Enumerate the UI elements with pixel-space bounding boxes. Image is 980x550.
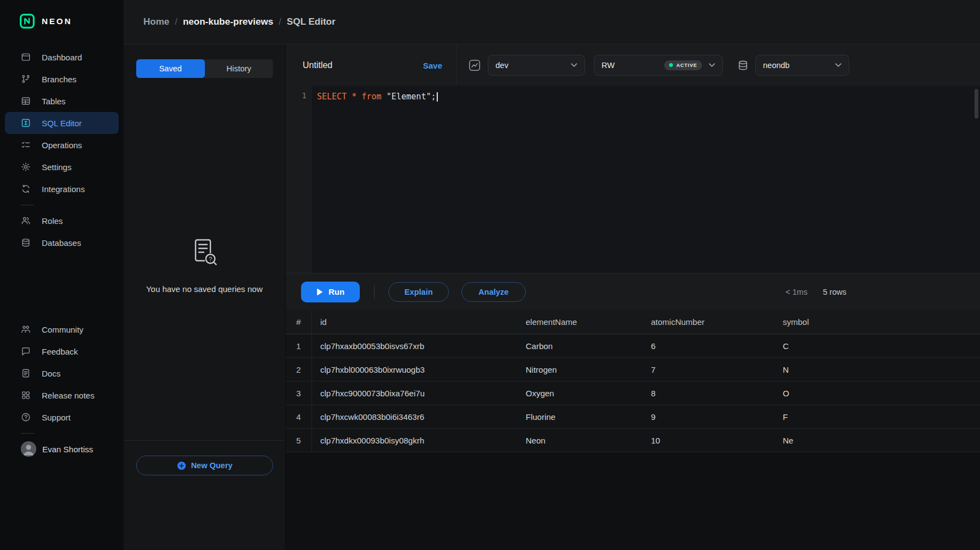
sidebar-item-feedback[interactable]: Feedback <box>5 340 119 362</box>
sidebar-item-community[interactable]: Community <box>5 318 119 340</box>
code-line: SELECT * from "Element"; <box>317 91 980 103</box>
table-row[interactable]: 1clp7hxaxb00053b0isvs67xrbCarbon6C <box>286 334 980 358</box>
roles-icon <box>21 216 31 226</box>
sidebar-item-label: Feedback <box>42 347 78 356</box>
breadcrumb-current-page[interactable]: SQL Editor <box>287 16 335 27</box>
avatar <box>21 441 36 457</box>
new-query-label: New Query <box>191 461 233 470</box>
play-icon <box>316 288 323 296</box>
compute-select-value: RW <box>602 61 615 70</box>
editor-scrollbar[interactable] <box>975 89 978 119</box>
branch-icon <box>468 59 481 72</box>
sidebar-item-branches[interactable]: Branches <box>5 68 119 90</box>
sidebar-item-settings[interactable]: Settings <box>5 156 119 178</box>
run-button[interactable]: Run <box>301 282 360 302</box>
table-body: 1clp7hxaxb00053b0isvs67xrbCarbon6C2clp7h… <box>286 334 980 452</box>
databases-icon <box>21 238 31 248</box>
sidebar-item-roles[interactable]: Roles <box>5 210 119 232</box>
line-number-gutter: 1 <box>286 86 312 273</box>
sidebar: NEON Dashboard Branches Tables <box>0 0 124 550</box>
code-token: "Element" <box>386 92 431 102</box>
brand-logo[interactable]: NEON <box>0 0 124 29</box>
chevron-down-icon <box>835 63 842 67</box>
query-duration: < 1ms <box>786 288 808 296</box>
column-header-index: # <box>286 310 312 334</box>
operations-icon <box>21 140 31 150</box>
chevron-down-icon <box>571 63 577 67</box>
table-row[interactable]: 4clp7hxcwk00083b0i6i3463r6Fluorine9F <box>286 405 980 429</box>
community-icon <box>21 324 31 334</box>
sidebar-nav: Dashboard Branches Tables SQL Editor <box>0 46 124 254</box>
run-label: Run <box>328 287 344 296</box>
cell-atomicNumber: 9 <box>651 405 783 428</box>
cell-elementName: Neon <box>526 429 651 452</box>
sidebar-item-sql-editor[interactable]: SQL Editor <box>5 112 119 134</box>
code-token: ; <box>431 92 436 102</box>
code-token <box>357 92 361 102</box>
query-title[interactable]: Untitled <box>303 60 332 70</box>
action-divider <box>374 285 375 299</box>
row-index-cell: 5 <box>286 429 312 452</box>
branch-select[interactable]: dev <box>488 55 585 76</box>
table-header-row: # id elementName atomicNumber symbol <box>286 310 980 334</box>
row-index-cell: 4 <box>286 405 312 428</box>
breadcrumb-project[interactable]: neon-kube-previews <box>183 16 273 27</box>
results-table: # id elementName atomicNumber symbol 1cl… <box>286 310 980 550</box>
cell-symbol: C <box>783 334 980 357</box>
analyze-button[interactable]: Analyze <box>461 282 526 302</box>
explain-button[interactable]: Explain <box>388 282 449 302</box>
panel-divider <box>124 440 285 441</box>
active-status-dot <box>669 63 673 67</box>
code-token: * <box>352 92 357 102</box>
chevron-down-icon <box>709 63 715 67</box>
cell-id: clp7hxbl000063b0ixrwuogb3 <box>312 358 526 381</box>
sidebar-item-label: Databases <box>42 238 81 248</box>
cell-id: clp7hxdkx00093b0isy08gkrh <box>312 429 526 452</box>
no-saved-queries-icon: ? <box>188 236 221 269</box>
column-header-elementName: elementName <box>526 310 651 334</box>
sidebar-item-support[interactable]: Support <box>5 406 119 428</box>
sidebar-item-integrations[interactable]: Integrations <box>5 178 119 200</box>
compute-select[interactable]: RW ACTIVE <box>594 55 723 76</box>
cell-id: clp7hxaxb00053b0isvs67xrb <box>312 334 526 357</box>
sidebar-item-docs[interactable]: Docs <box>5 362 119 384</box>
feedback-icon <box>21 346 31 356</box>
sidebar-divider <box>21 433 34 434</box>
sidebar-item-databases[interactable]: Databases <box>5 232 119 254</box>
dashboard-icon <box>21 52 31 62</box>
user-name: Evan Shortiss <box>42 445 93 454</box>
sidebar-item-operations[interactable]: Operations <box>5 134 119 156</box>
sidebar-item-label: Branches <box>42 75 76 84</box>
sidebar-item-release-notes[interactable]: Release notes <box>5 384 119 406</box>
cell-elementName: Nitrogen <box>526 358 651 381</box>
sidebar-item-label: Support <box>42 413 71 422</box>
table-row[interactable]: 3clp7hxc9000073b0ixa76ei7uOxygen8O <box>286 381 980 405</box>
sidebar-item-tables[interactable]: Tables <box>5 90 119 112</box>
save-button[interactable]: Save <box>423 60 442 70</box>
table-row[interactable]: 5clp7hxdkx00093b0isy08gkrhNeon10Ne <box>286 429 980 452</box>
sidebar-item-dashboard[interactable]: Dashboard <box>5 46 119 68</box>
empty-state-message: You have no saved queries now <box>146 284 263 294</box>
user-menu[interactable]: Evan Shortiss <box>5 438 119 460</box>
table-row[interactable]: 2clp7hxbl000063b0ixrwuogb3Nitrogen7N <box>286 358 980 381</box>
cell-symbol: Ne <box>783 429 980 452</box>
tab-history[interactable]: History <box>205 59 274 78</box>
support-icon <box>21 412 31 422</box>
new-query-button[interactable]: New Query <box>136 456 273 475</box>
column-header-id: id <box>312 310 526 334</box>
cell-atomicNumber: 6 <box>651 334 783 357</box>
brand-name: NEON <box>42 16 72 26</box>
cell-symbol: O <box>783 381 980 405</box>
queries-tabs: Saved History <box>136 59 273 78</box>
breadcrumb-home[interactable]: Home <box>143 16 169 27</box>
empty-state: ? You have no saved queries now <box>124 236 285 294</box>
code-area[interactable]: SELECT * from "Element"; <box>312 86 980 273</box>
sidebar-item-label: Settings <box>42 162 71 172</box>
branch-select-value: dev <box>495 61 508 70</box>
sidebar-item-label: Roles <box>42 216 63 226</box>
database-select[interactable]: neondb <box>755 55 849 76</box>
code-token <box>347 92 352 102</box>
cell-atomicNumber: 10 <box>651 429 783 452</box>
active-status-label: ACTIVE <box>676 63 697 68</box>
tab-saved[interactable]: Saved <box>136 59 205 78</box>
